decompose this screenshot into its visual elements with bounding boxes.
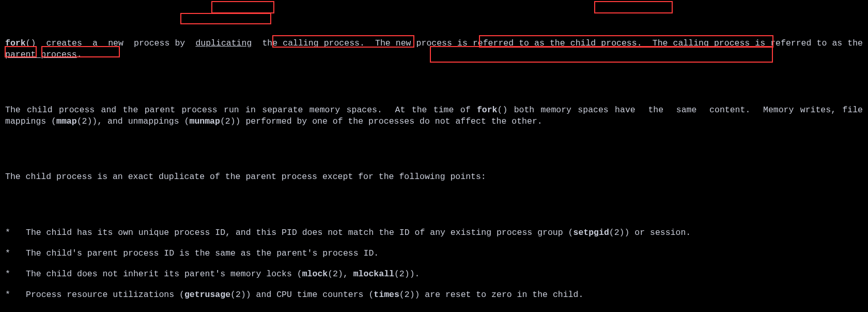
bullet-item: *The child does not inherit its parent's… [5, 269, 863, 280]
text: . [77, 50, 82, 60]
fn-mmap: mmap [56, 116, 77, 126]
text: (2)) are reset to zero in the child. [399, 290, 583, 300]
bullet-item: *The child's parent process ID is the sa… [5, 248, 863, 259]
text: The child process and the parent process… [5, 105, 477, 115]
fn-ref: mlock [302, 269, 328, 279]
bullet-text: The child's parent process ID is the sam… [26, 248, 863, 259]
manpage-body: fork() creates a new process by duplicat… [0, 0, 868, 312]
bullet-item: *The child has its own unique process ID… [5, 227, 863, 239]
term-duplicating: duplicating [195, 38, 252, 48]
manpage-stage: fork() creates a new process by duplicat… [0, 0, 868, 312]
bullet-item: *The child's set of pending signals is i… [5, 310, 863, 312]
bullet-list: *The child has its own unique process ID… [5, 227, 863, 312]
text: (2)) and CPU time counters ( [230, 290, 374, 300]
fn-munmap: munmap [189, 116, 220, 126]
bullet-marker: * [5, 227, 26, 239]
text: . The calling process is referred to as … [637, 38, 868, 48]
paragraph-1: fork() creates a new process by duplicat… [5, 38, 863, 61]
bullet-text: Process resource utilizations (getrusage… [26, 289, 863, 301]
bullet-text: The child does not inherit its parent's … [26, 269, 863, 280]
text: The child process is an exact duplicate … [5, 172, 486, 182]
text: () creates a new process by [26, 38, 196, 48]
paragraph-2: The child process and the parent process… [5, 105, 863, 128]
term-parent-process: parent process [5, 50, 77, 60]
bullet-marker: * [5, 248, 26, 259]
fn-fork: fork [477, 105, 498, 115]
bullet-marker: * [5, 289, 26, 301]
bullet-text: The child has its own unique process ID,… [26, 227, 863, 239]
fn-ref: mlockall [353, 269, 394, 279]
fn-fork: fork [5, 38, 26, 48]
text: The child has its own unique process ID,… [26, 228, 573, 237]
text: The child's parent process ID is the sam… [26, 248, 379, 258]
bullet-marker: * [5, 269, 26, 280]
bullet-item: *Process resource utilizations (getrusag… [5, 289, 863, 301]
fn-ref: times [374, 290, 399, 300]
text: Process resource utilizations ( [26, 290, 184, 300]
bullet-text: The child's set of pending signals is in… [26, 310, 863, 312]
fn-ref: setpgid [573, 228, 609, 237]
text: (2)) or session. [609, 228, 691, 237]
term-child-process: child process [570, 38, 637, 48]
text: The child does not inherit its parent's … [26, 269, 302, 279]
text: (2)), and unmappings ( [77, 116, 190, 126]
text: (2)). [394, 269, 420, 279]
text: (2), [328, 269, 353, 279]
paragraph-3: The child process is an exact duplicate … [5, 171, 863, 183]
fn-ref: getrusage [184, 290, 230, 300]
text: the calling process. The new process is … [252, 38, 570, 48]
text: (2)) performed by one of the processes d… [220, 116, 542, 126]
bullet-marker: * [5, 310, 26, 312]
